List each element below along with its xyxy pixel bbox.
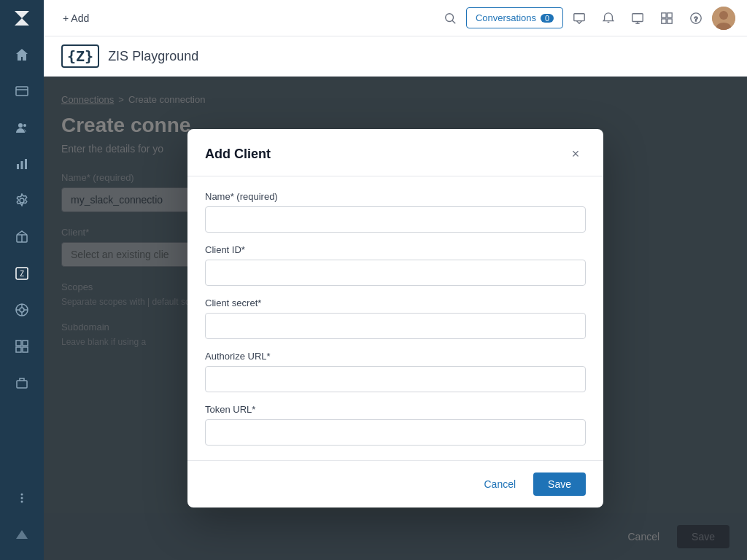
svg-point-3 — [23, 124, 26, 127]
modal-name-group: Name* (required) — [205, 191, 586, 233]
modal-footer: Cancel Save — [187, 460, 603, 508]
app-title: ZIS Playground — [108, 49, 198, 64]
svg-rect-34 — [667, 12, 672, 17]
avatar[interactable] — [712, 7, 735, 30]
svg-rect-5 — [21, 161, 23, 169]
notifications-button[interactable] — [595, 5, 622, 31]
modal-overlay: Add Client × Name* (required) Client ID* — [44, 77, 747, 560]
conversations-badge: 0 — [541, 14, 554, 23]
svg-rect-20 — [16, 347, 21, 352]
modal-clientid-group: Client ID* — [205, 244, 586, 286]
app-logo: {Z} — [61, 44, 99, 68]
modal-save-button[interactable]: Save — [533, 472, 586, 496]
header-icons: Conversations 0 ? — [437, 5, 735, 31]
help-icon: ? — [689, 12, 703, 25]
sidebar-item-zendesk[interactable] — [0, 516, 44, 553]
sidebar-item-apps[interactable] — [0, 328, 44, 365]
modal-header: Add Client × — [187, 129, 603, 176]
sidebar-item-users[interactable] — [0, 109, 44, 146]
sidebar-item-home[interactable] — [0, 36, 44, 73]
svg-rect-30 — [632, 13, 643, 21]
top-header: + Add Conversations 0 — [44, 0, 747, 36]
svg-rect-36 — [667, 18, 672, 23]
modal-tokenurl-label: Token URL* — [205, 404, 586, 415]
sidebar-item-integrations[interactable] — [0, 292, 44, 328]
svg-rect-19 — [23, 341, 28, 346]
svg-point-13 — [20, 308, 24, 312]
screen-button[interactable] — [624, 5, 651, 31]
modal-body: Name* (required) Client ID* Client secre… — [187, 176, 603, 460]
svg-point-26 — [446, 13, 454, 21]
svg-point-7 — [20, 198, 24, 203]
conversations-button[interactable]: Conversations 0 — [466, 7, 563, 28]
svg-text:Z: Z — [20, 270, 24, 278]
search-icon — [444, 12, 457, 25]
svg-point-2 — [18, 123, 23, 128]
modal-close-button[interactable]: × — [565, 144, 586, 164]
chat-button[interactable] — [566, 5, 592, 31]
avatar-image — [712, 7, 735, 30]
chat-icon — [573, 12, 586, 25]
grid-icon — [660, 12, 673, 25]
modal-clientid-label: Client ID* — [205, 244, 586, 255]
grid-button[interactable] — [654, 5, 680, 31]
svg-rect-4 — [17, 164, 19, 169]
app-header: {Z} ZIS Playground — [44, 36, 747, 77]
svg-rect-28 — [574, 13, 584, 20]
sidebar-nav: Z — [0, 36, 44, 480]
modal-clientsecret-input[interactable] — [205, 313, 586, 339]
modal-clientsecret-label: Client secret* — [205, 298, 586, 308]
sidebar-bottom — [0, 480, 44, 560]
bell-icon — [602, 12, 615, 25]
svg-line-27 — [452, 20, 455, 23]
modal-clientid-input[interactable] — [205, 260, 586, 286]
sidebar-item-package[interactable] — [0, 219, 44, 255]
sidebar-item-support[interactable] — [0, 73, 44, 109]
svg-rect-22 — [17, 381, 27, 388]
svg-rect-33 — [662, 12, 666, 17]
add-button[interactable]: + Add — [55, 8, 96, 28]
modal-authurl-input[interactable] — [205, 366, 586, 392]
search-button[interactable] — [437, 5, 463, 31]
svg-point-23 — [21, 494, 23, 496]
modal-cancel-button[interactable]: Cancel — [472, 472, 527, 496]
content-area: Connections > Create connection Create c… — [44, 77, 747, 560]
modal-dialog: Add Client × Name* (required) Client ID* — [187, 129, 603, 508]
conversations-label: Conversations — [476, 12, 536, 23]
modal-authurl-label: Authorize URL* — [205, 351, 586, 362]
sidebar-logo — [0, 0, 44, 36]
modal-authurl-group: Authorize URL* — [205, 351, 586, 392]
svg-point-25 — [21, 501, 23, 503]
svg-point-24 — [21, 497, 23, 499]
svg-rect-0 — [16, 87, 28, 96]
sidebar-item-more[interactable] — [0, 480, 44, 516]
modal-name-label: Name* (required) — [205, 191, 586, 202]
svg-rect-21 — [23, 347, 28, 352]
screen-icon — [631, 12, 644, 25]
sidebar-item-settings[interactable] — [0, 182, 44, 219]
svg-text:?: ? — [694, 15, 697, 22]
modal-title: Add Client — [205, 147, 271, 162]
modal-tokenurl-group: Token URL* — [205, 404, 586, 446]
sidebar-item-marketplace[interactable] — [0, 365, 44, 401]
svg-point-40 — [719, 11, 728, 20]
sidebar: Z — [0, 0, 44, 560]
svg-rect-18 — [16, 341, 21, 346]
modal-name-input[interactable] — [205, 206, 586, 233]
sidebar-item-zis[interactable]: Z — [0, 255, 44, 292]
main-area: + Add Conversations 0 — [44, 0, 747, 560]
modal-clientsecret-group: Client secret* — [205, 298, 586, 339]
svg-rect-6 — [25, 159, 27, 169]
svg-rect-35 — [662, 18, 666, 23]
help-button[interactable]: ? — [683, 5, 709, 31]
modal-tokenurl-input[interactable] — [205, 419, 586, 446]
sidebar-item-reports[interactable] — [0, 146, 44, 182]
